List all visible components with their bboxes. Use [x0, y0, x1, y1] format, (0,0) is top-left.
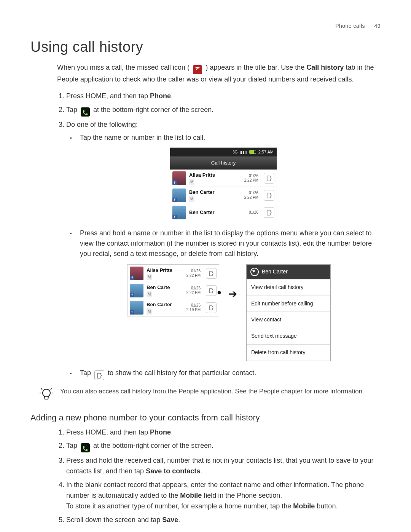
- ctx-item-send-text[interactable]: Send text message: [247, 328, 330, 344]
- avatar: f: [130, 284, 143, 297]
- call-row[interactable]: f Alisa PrittsM 01/262:22 PM: [127, 265, 219, 282]
- missed-call-icon: [193, 65, 202, 74]
- call-row[interactable]: f Ben Carter 01/26: [170, 204, 277, 221]
- longpress-figure: f Alisa PrittsM 01/262:22 PM f Ben Carte…: [127, 264, 333, 361]
- bullet-a1: Tap the name or number in the list to ca…: [80, 133, 381, 143]
- bullets-a-cont2: Tap to show the call history for that pa…: [66, 368, 381, 380]
- avatar: f: [172, 189, 186, 202]
- page-title: Using call history: [30, 39, 381, 57]
- context-menu: Ben Carter View detail call history Edit…: [246, 264, 331, 361]
- mini-call-list: f Alisa PrittsM 01/262:22 PM f Ben Carte…: [127, 264, 219, 316]
- svg-point-1: [43, 389, 50, 397]
- facebook-badge-icon: f: [172, 215, 177, 219]
- bullets-a: Tap the name or number in the list to ca…: [66, 133, 381, 143]
- facebook-badge-icon: f: [172, 181, 177, 185]
- call-history-screenshot: 3G ▮▮▯ 2:57 AM Call history f Alisa Prit…: [170, 147, 277, 221]
- contact-history-icon[interactable]: [206, 268, 217, 279]
- ctx-item-delete[interactable]: Delete from call history: [247, 344, 330, 361]
- phone-status-bar: 3G ▮▮▯ 2:57 AM: [170, 148, 277, 157]
- step-a3: Do one of the following: Tap the name or…: [66, 120, 381, 380]
- contact-history-icon[interactable]: [264, 173, 274, 184]
- avatar: f: [130, 267, 143, 280]
- running-header: Phone calls 49: [30, 23, 381, 29]
- status-time: 2:57 AM: [258, 149, 274, 155]
- call-row[interactable]: f Ben CarteM 01/262:22 PM: [127, 282, 219, 299]
- context-menu-header: Ben Carter: [247, 265, 330, 279]
- network-icon: 3G: [233, 149, 237, 155]
- ctx-item-view-contact[interactable]: View contact: [247, 312, 330, 328]
- widget-title: Call history: [170, 157, 277, 169]
- contact-history-icon: [94, 370, 104, 380]
- step-b2: Tap at the bottom-right corner of the sc…: [66, 441, 381, 452]
- facebook-badge-icon: f: [172, 198, 177, 202]
- ctx-item-edit-number[interactable]: Edit number before calling: [247, 296, 330, 312]
- contact-history-icon[interactable]: [206, 302, 217, 313]
- step-b1: Press HOME, and then tap Phone.: [66, 427, 381, 438]
- avatar: f: [130, 301, 143, 315]
- svg-line-4: [41, 388, 42, 390]
- svg-line-5: [51, 388, 52, 390]
- subsection-title: Adding a new phone number to your contac…: [30, 413, 381, 423]
- step-b4: In the blank contact record that appears…: [66, 480, 381, 512]
- avatar: f: [172, 206, 186, 219]
- contact-history-icon[interactable]: [264, 207, 274, 218]
- contact-history-icon[interactable]: [264, 190, 274, 201]
- call-history-tab-icon: [81, 107, 90, 117]
- ctx-item-view-history[interactable]: View detail call history: [247, 279, 330, 296]
- step-a2: Tap at the bottom-right corner of the sc…: [66, 105, 381, 117]
- call-row[interactable]: f Alisa Pritts M 01/26 2:22 PM: [170, 169, 277, 187]
- call-row[interactable]: f Ben Carter M 01/26 2:22 PM: [170, 187, 277, 204]
- manual-page: Phone calls 49 Using call history When y…: [0, 0, 411, 532]
- step-a1: Press HOME, and then tap Phone.: [66, 91, 381, 102]
- steps-list-a: Press HOME, and then tap Phone. Tap at t…: [57, 91, 381, 380]
- tip-note-1: You can also access call history from th…: [39, 387, 381, 402]
- bullets-a-cont: Press and hold a name or number in the l…: [66, 228, 381, 259]
- step-b5: Scroll down the screen and tap Save.: [66, 515, 381, 526]
- steps-list-b: Press HOME, and then tap Phone. Tap at t…: [57, 427, 381, 526]
- arrow-icon: ➔: [228, 286, 237, 302]
- signal-bars-icon: ▮▮▯: [240, 149, 247, 155]
- header-page: 49: [374, 23, 381, 29]
- battery-icon: [249, 150, 256, 154]
- avatar: f: [172, 171, 186, 185]
- bullet-a3: Tap to show the call history for that pa…: [80, 368, 381, 380]
- call-row[interactable]: f Ben CarterM 01/262:19 PM: [127, 299, 219, 316]
- step-b3: Press and hold the received call, number…: [66, 455, 381, 477]
- lightbulb-icon: [39, 387, 54, 402]
- dropdown-icon: [250, 268, 259, 276]
- bullet-a2: Press and hold a name or number in the l…: [80, 228, 381, 259]
- intro-paragraph: When you miss a call, the missed call ic…: [57, 62, 381, 84]
- call-history-tab-icon: [81, 443, 90, 452]
- header-section: Phone calls: [335, 23, 365, 29]
- contact-history-icon[interactable]: [206, 285, 217, 296]
